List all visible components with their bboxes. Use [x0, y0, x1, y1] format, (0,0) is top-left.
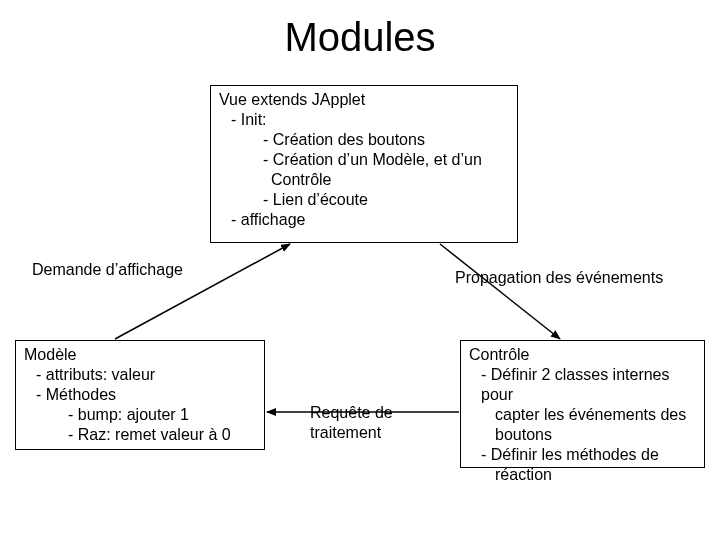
vue-bullet-creation-modele: - Création d’un Modèle, et d’un	[263, 150, 509, 170]
label-demande-affichage: Demande d’affichage	[32, 260, 183, 280]
modele-raz: - Raz: remet valeur à 0	[68, 425, 256, 445]
vue-bullet-creation-boutons: - Création des boutons	[263, 130, 509, 150]
arrow-vue-to-controle	[440, 244, 560, 339]
modele-heading: Modèle	[24, 345, 256, 365]
controle-classes-internes-cont1: capter les événements des	[495, 405, 696, 425]
node-controle: Contrôle - Définir 2 classes internes po…	[460, 340, 705, 468]
controle-methodes-reaction: - Définir les méthodes de	[481, 445, 696, 465]
controle-classes-internes: - Définir 2 classes internes pour	[481, 365, 696, 405]
node-modele: Modèle - attributs: valeur - Méthodes - …	[15, 340, 265, 450]
diagram-title: Modules	[0, 15, 720, 60]
controle-methodes-reaction-cont: réaction	[495, 465, 696, 485]
vue-heading: Vue extends JApplet	[219, 90, 509, 110]
controle-classes-internes-cont2: boutons	[495, 425, 696, 445]
vue-bullet-lien-ecoute: - Lien d’écoute	[263, 190, 509, 210]
node-vue: Vue extends JApplet - Init: - Création d…	[210, 85, 518, 243]
vue-bullet-creation-modele-cont: Contrôle	[271, 170, 509, 190]
modele-bump: - bump: ajouter 1	[68, 405, 256, 425]
label-requete-traitement: Requête de traitement	[310, 403, 420, 443]
modele-methodes: - Méthodes	[36, 385, 256, 405]
arrow-modele-to-vue	[115, 244, 290, 339]
controle-heading: Contrôle	[469, 345, 696, 365]
vue-affichage: - affichage	[231, 210, 509, 230]
modele-attributs: - attributs: valeur	[36, 365, 256, 385]
vue-init: - Init:	[231, 110, 509, 130]
label-propagation-evenements: Propagation des événements	[455, 268, 663, 288]
